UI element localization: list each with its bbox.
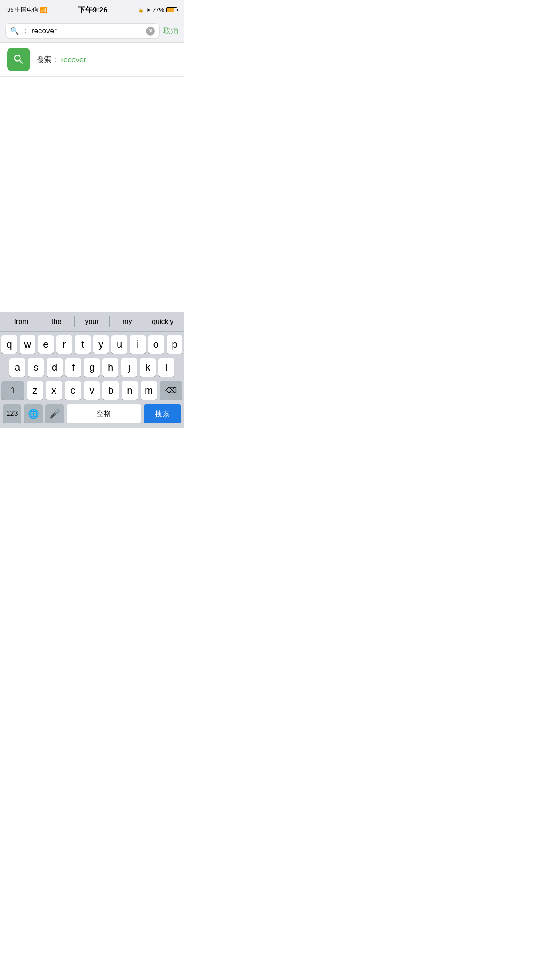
key-y[interactable]: y (93, 335, 109, 354)
key-i[interactable]: i (130, 335, 146, 354)
search-key[interactable]: 搜索 (144, 404, 181, 423)
keyboard: q w e r t y u i o p a s d f g h j k l ⇧ … (0, 332, 184, 428)
key-r[interactable]: r (56, 335, 72, 354)
search-input[interactable] (31, 27, 143, 36)
keyboard-row-3: ⇧ z x c v b n m ⌫ (1, 381, 182, 400)
suggestion-prefix: 搜索： (36, 55, 59, 64)
search-colon: ： (22, 26, 29, 36)
key-l[interactable]: l (158, 358, 174, 377)
suggestion-word-my[interactable]: my (110, 314, 145, 329)
key-f[interactable]: f (65, 358, 81, 377)
keyboard-row-1: q w e r t y u i o p (1, 335, 182, 354)
battery-icon (166, 7, 178, 12)
keyboard-bottom-row: 123 🌐 🎤 空格 搜索 (1, 404, 182, 427)
key-u[interactable]: u (111, 335, 127, 354)
suggestion-row[interactable]: 搜索： recover (0, 43, 184, 77)
key-v[interactable]: v (84, 381, 100, 400)
suggestion-word-from[interactable]: from (4, 314, 39, 329)
key-p[interactable]: p (167, 335, 182, 354)
backspace-key[interactable]: ⌫ (160, 381, 182, 400)
key-s[interactable]: s (28, 358, 44, 377)
carrier-text: -95 中国电信 (5, 6, 38, 14)
key-o[interactable]: o (148, 335, 164, 354)
key-e[interactable]: e (38, 335, 54, 354)
keyboard-suggestions: from the your my quickly (0, 312, 184, 332)
suggestion-keyword: recover (61, 55, 86, 64)
key-q[interactable]: q (1, 335, 17, 354)
status-right: 🔒 ➤ 77% (138, 7, 178, 13)
suggestion-text: 搜索： recover (36, 55, 86, 65)
key-z[interactable]: z (27, 381, 43, 400)
cancel-button[interactable]: 取消 (163, 26, 178, 36)
lock-icon: 🔒 (138, 7, 144, 13)
num-key[interactable]: 123 (3, 404, 21, 423)
key-a[interactable]: a (9, 358, 25, 377)
suggestion-word-your[interactable]: your (75, 314, 110, 329)
key-c[interactable]: c (65, 381, 81, 400)
suggestion-word-the[interactable]: the (39, 314, 74, 329)
battery-percent: 77% (153, 7, 164, 13)
key-x[interactable]: x (46, 381, 62, 400)
key-d[interactable]: d (47, 358, 63, 377)
status-bar: -95 中国电信 📶 下午9:26 🔒 ➤ 77% (0, 0, 184, 20)
key-j[interactable]: j (121, 358, 137, 377)
keyboard-row-2: a s d f g h j k l (1, 358, 182, 377)
key-k[interactable]: k (140, 358, 156, 377)
clear-button[interactable]: ✕ (146, 27, 155, 36)
search-icon-large (12, 53, 25, 66)
location-icon: ➤ (146, 7, 150, 13)
key-h[interactable]: h (102, 358, 118, 377)
globe-key[interactable]: 🌐 (24, 404, 43, 423)
key-b[interactable]: b (102, 381, 119, 400)
wifi-icon: 📶 (40, 7, 47, 13)
suggestion-word-quickly[interactable]: quickly (145, 314, 180, 329)
suggestion-icon-box (7, 48, 30, 71)
status-time: 下午9:26 (78, 5, 108, 15)
key-m[interactable]: m (141, 381, 157, 400)
key-g[interactable]: g (84, 358, 100, 377)
search-input-wrapper[interactable]: 🔍 ： ✕ (5, 23, 160, 39)
search-bar: 🔍 ： ✕ 取消 (0, 20, 184, 43)
content-area (0, 77, 184, 312)
key-w[interactable]: w (20, 335, 35, 354)
mic-key[interactable]: 🎤 (45, 404, 64, 423)
search-icon: 🔍 (10, 27, 19, 35)
key-t[interactable]: t (75, 335, 91, 354)
space-key[interactable]: 空格 (67, 404, 141, 423)
shift-key[interactable]: ⇧ (1, 381, 24, 400)
key-n[interactable]: n (122, 381, 138, 400)
status-carrier: -95 中国电信 📶 (5, 6, 47, 14)
